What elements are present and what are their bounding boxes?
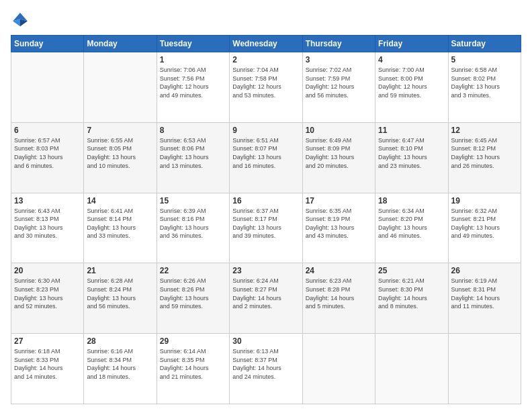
day-cell bbox=[448, 334, 521, 404]
day-info: Sunrise: 6:51 AM Sunset: 8:07 PM Dayligh… bbox=[232, 136, 299, 170]
weekday-header-row: SundayMondayTuesdayWednesdayThursdayFrid… bbox=[11, 36, 521, 52]
day-info: Sunrise: 6:34 AM Sunset: 8:20 PM Dayligh… bbox=[378, 207, 445, 240]
day-cell bbox=[302, 334, 375, 404]
day-number: 26 bbox=[451, 266, 518, 275]
day-cell: 15Sunrise: 6:39 AM Sunset: 8:16 PM Dayli… bbox=[157, 193, 229, 263]
day-cell: 22Sunrise: 6:26 AM Sunset: 8:26 PM Dayli… bbox=[157, 263, 229, 334]
day-number: 8 bbox=[160, 126, 226, 135]
week-row-4: 27Sunrise: 6:18 AM Sunset: 8:33 PM Dayli… bbox=[11, 334, 521, 404]
day-number: 13 bbox=[14, 196, 81, 205]
day-cell bbox=[11, 52, 84, 123]
day-info: Sunrise: 6:18 AM Sunset: 8:33 PM Dayligh… bbox=[14, 347, 81, 381]
day-number: 11 bbox=[378, 126, 445, 135]
day-number: 7 bbox=[87, 126, 153, 135]
day-info: Sunrise: 7:06 AM Sunset: 7:56 PM Dayligh… bbox=[160, 66, 226, 99]
day-info: Sunrise: 6:32 AM Sunset: 8:21 PM Dayligh… bbox=[451, 207, 518, 240]
day-cell: 2Sunrise: 7:04 AM Sunset: 7:58 PM Daylig… bbox=[230, 52, 302, 123]
day-number: 20 bbox=[14, 266, 81, 275]
day-cell: 23Sunrise: 6:24 AM Sunset: 8:27 PM Dayli… bbox=[230, 263, 302, 334]
day-info: Sunrise: 6:21 AM Sunset: 8:30 PM Dayligh… bbox=[378, 277, 445, 310]
day-info: Sunrise: 6:35 AM Sunset: 8:19 PM Dayligh… bbox=[306, 207, 372, 240]
weekday-header-wednesday: Wednesday bbox=[230, 36, 302, 52]
weekday-header-friday: Friday bbox=[375, 36, 448, 52]
day-info: Sunrise: 7:04 AM Sunset: 7:58 PM Dayligh… bbox=[232, 66, 299, 99]
day-number: 21 bbox=[87, 266, 153, 275]
day-cell: 8Sunrise: 6:53 AM Sunset: 8:06 PM Daylig… bbox=[157, 122, 229, 193]
day-number: 29 bbox=[160, 336, 226, 346]
day-info: Sunrise: 6:58 AM Sunset: 8:02 PM Dayligh… bbox=[451, 66, 518, 99]
day-cell: 1Sunrise: 7:06 AM Sunset: 7:56 PM Daylig… bbox=[157, 52, 229, 123]
day-cell: 9Sunrise: 6:51 AM Sunset: 8:07 PM Daylig… bbox=[230, 122, 302, 193]
page: SundayMondayTuesdayWednesdayThursdayFrid… bbox=[0, 0, 532, 411]
day-number: 14 bbox=[87, 196, 153, 205]
weekday-header-saturday: Saturday bbox=[448, 36, 521, 52]
day-cell: 20Sunrise: 6:30 AM Sunset: 8:23 PM Dayli… bbox=[11, 263, 84, 334]
day-number: 23 bbox=[232, 266, 299, 275]
day-info: Sunrise: 6:14 AM Sunset: 8:35 PM Dayligh… bbox=[160, 347, 226, 381]
day-cell: 19Sunrise: 6:32 AM Sunset: 8:21 PM Dayli… bbox=[448, 193, 521, 263]
day-info: Sunrise: 7:00 AM Sunset: 8:00 PM Dayligh… bbox=[378, 66, 445, 99]
day-cell: 7Sunrise: 6:55 AM Sunset: 8:05 PM Daylig… bbox=[84, 122, 157, 193]
day-info: Sunrise: 6:43 AM Sunset: 8:13 PM Dayligh… bbox=[14, 207, 81, 240]
day-cell: 3Sunrise: 7:02 AM Sunset: 7:59 PM Daylig… bbox=[302, 52, 375, 123]
day-cell: 10Sunrise: 6:49 AM Sunset: 8:09 PM Dayli… bbox=[302, 122, 375, 193]
day-number: 18 bbox=[378, 196, 445, 205]
weekday-header-thursday: Thursday bbox=[302, 36, 375, 52]
weekday-header-monday: Monday bbox=[84, 36, 157, 52]
day-cell: 21Sunrise: 6:28 AM Sunset: 8:24 PM Dayli… bbox=[84, 263, 157, 334]
logo-icon bbox=[11, 11, 30, 30]
day-cell: 26Sunrise: 6:19 AM Sunset: 8:31 PM Dayli… bbox=[448, 263, 521, 334]
day-number: 12 bbox=[451, 126, 518, 135]
day-cell: 29Sunrise: 6:14 AM Sunset: 8:35 PM Dayli… bbox=[157, 334, 229, 404]
day-number: 19 bbox=[451, 196, 518, 205]
day-cell: 5Sunrise: 6:58 AM Sunset: 8:02 PM Daylig… bbox=[448, 52, 521, 123]
day-cell: 6Sunrise: 6:57 AM Sunset: 8:03 PM Daylig… bbox=[11, 122, 84, 193]
day-cell: 25Sunrise: 6:21 AM Sunset: 8:30 PM Dayli… bbox=[375, 263, 448, 334]
day-number: 4 bbox=[378, 55, 445, 64]
day-number: 30 bbox=[232, 336, 299, 346]
day-number: 1 bbox=[160, 55, 226, 64]
day-cell: 28Sunrise: 6:16 AM Sunset: 8:34 PM Dayli… bbox=[84, 334, 157, 404]
calendar-table: SundayMondayTuesdayWednesdayThursdayFrid… bbox=[11, 35, 521, 404]
week-row-1: 6Sunrise: 6:57 AM Sunset: 8:03 PM Daylig… bbox=[11, 122, 521, 193]
week-row-0: 1Sunrise: 7:06 AM Sunset: 7:56 PM Daylig… bbox=[11, 52, 521, 123]
day-info: Sunrise: 6:55 AM Sunset: 8:05 PM Dayligh… bbox=[87, 136, 153, 170]
day-number: 6 bbox=[14, 126, 81, 135]
day-cell bbox=[84, 52, 157, 123]
day-cell: 16Sunrise: 6:37 AM Sunset: 8:17 PM Dayli… bbox=[230, 193, 302, 263]
day-info: Sunrise: 6:49 AM Sunset: 8:09 PM Dayligh… bbox=[306, 136, 372, 170]
day-number: 2 bbox=[232, 55, 299, 64]
day-number: 9 bbox=[232, 126, 299, 135]
day-cell: 14Sunrise: 6:41 AM Sunset: 8:14 PM Dayli… bbox=[84, 193, 157, 263]
day-info: Sunrise: 6:19 AM Sunset: 8:31 PM Dayligh… bbox=[451, 277, 518, 310]
day-info: Sunrise: 6:24 AM Sunset: 8:27 PM Dayligh… bbox=[232, 277, 299, 310]
logo bbox=[11, 11, 32, 30]
day-number: 22 bbox=[160, 266, 226, 275]
day-cell bbox=[375, 334, 448, 404]
day-number: 27 bbox=[14, 336, 81, 346]
day-info: Sunrise: 6:30 AM Sunset: 8:23 PM Dayligh… bbox=[14, 277, 81, 310]
day-cell: 27Sunrise: 6:18 AM Sunset: 8:33 PM Dayli… bbox=[11, 334, 84, 404]
day-cell: 24Sunrise: 6:23 AM Sunset: 8:28 PM Dayli… bbox=[302, 263, 375, 334]
weekday-header-tuesday: Tuesday bbox=[157, 36, 229, 52]
day-info: Sunrise: 6:47 AM Sunset: 8:10 PM Dayligh… bbox=[378, 136, 445, 170]
day-info: Sunrise: 6:26 AM Sunset: 8:26 PM Dayligh… bbox=[160, 277, 226, 310]
day-info: Sunrise: 6:28 AM Sunset: 8:24 PM Dayligh… bbox=[87, 277, 153, 310]
day-info: Sunrise: 7:02 AM Sunset: 7:59 PM Dayligh… bbox=[306, 66, 372, 99]
week-row-2: 13Sunrise: 6:43 AM Sunset: 8:13 PM Dayli… bbox=[11, 193, 521, 263]
day-cell: 12Sunrise: 6:45 AM Sunset: 8:12 PM Dayli… bbox=[448, 122, 521, 193]
day-cell: 18Sunrise: 6:34 AM Sunset: 8:20 PM Dayli… bbox=[375, 193, 448, 263]
day-number: 10 bbox=[306, 126, 372, 135]
day-cell: 11Sunrise: 6:47 AM Sunset: 8:10 PM Dayli… bbox=[375, 122, 448, 193]
header bbox=[11, 11, 521, 30]
day-info: Sunrise: 6:13 AM Sunset: 8:37 PM Dayligh… bbox=[232, 347, 299, 381]
day-number: 25 bbox=[378, 266, 445, 275]
day-info: Sunrise: 6:39 AM Sunset: 8:16 PM Dayligh… bbox=[160, 207, 226, 240]
day-info: Sunrise: 6:45 AM Sunset: 8:12 PM Dayligh… bbox=[451, 136, 518, 170]
day-cell: 4Sunrise: 7:00 AM Sunset: 8:00 PM Daylig… bbox=[375, 52, 448, 123]
week-row-3: 20Sunrise: 6:30 AM Sunset: 8:23 PM Dayli… bbox=[11, 263, 521, 334]
day-number: 3 bbox=[306, 55, 372, 64]
day-number: 5 bbox=[451, 55, 518, 64]
day-info: Sunrise: 6:37 AM Sunset: 8:17 PM Dayligh… bbox=[232, 207, 299, 240]
day-info: Sunrise: 6:16 AM Sunset: 8:34 PM Dayligh… bbox=[87, 347, 153, 381]
